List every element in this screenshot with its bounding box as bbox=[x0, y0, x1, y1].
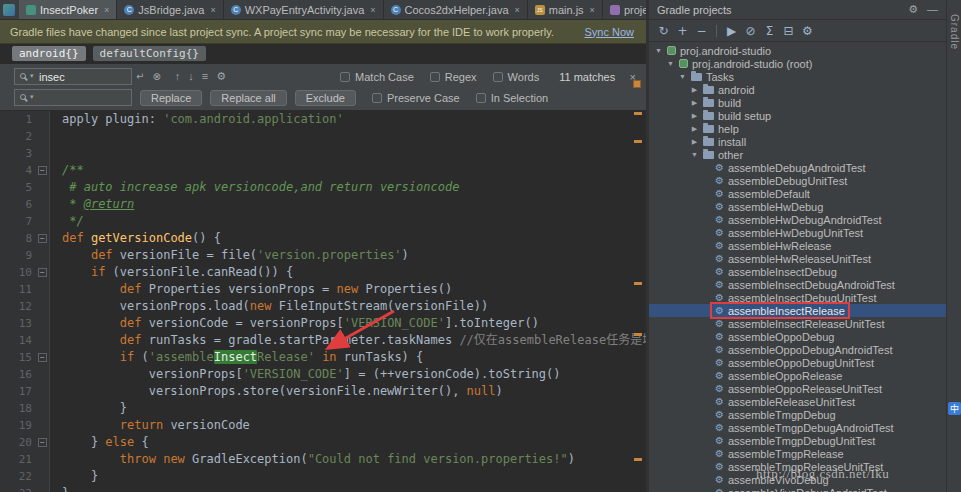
replace-all-button[interactable]: Replace all bbox=[210, 90, 286, 106]
breadcrumb-defaultconfig[interactable]: defaultConfig{} bbox=[93, 46, 206, 61]
tree-item-build-setup[interactable]: ▶build setup bbox=[649, 109, 946, 122]
tab-insectpoker[interactable]: InsectPoker× bbox=[19, 0, 117, 19]
tab-main-js[interactable]: JSmain.js× bbox=[528, 0, 603, 19]
line-number[interactable]: 3 bbox=[25, 145, 36, 162]
tree-item-assembletmgpdebug[interactable]: ⚙assembleTmgpDebug bbox=[649, 408, 946, 421]
refresh-icon[interactable]: ↻ bbox=[655, 25, 672, 37]
tree-item-android[interactable]: ▶android bbox=[649, 83, 946, 96]
tree-item-proj-android-studio[interactable]: ▼proj.android-studio bbox=[649, 44, 946, 57]
close-icon[interactable]: × bbox=[515, 5, 520, 15]
tree-item-assembleinsectdebugunittest[interactable]: ⚙assembleInsectDebugUnitTest bbox=[649, 291, 946, 304]
line-number[interactable]: 7 bbox=[25, 213, 36, 230]
attach-project-icon[interactable]: + bbox=[674, 25, 691, 37]
gutter-line[interactable]: 21 bbox=[0, 451, 49, 468]
fold-icon[interactable]: − bbox=[36, 264, 49, 281]
fold-icon[interactable]: − bbox=[36, 434, 49, 451]
tree-item-assembledebugunittest[interactable]: ⚙assembleDebugUnitTest bbox=[649, 174, 946, 187]
tree-item-assemblereleaseunittest[interactable]: ⚙assembleReleaseUnitTest bbox=[649, 395, 946, 408]
chevron-right-icon[interactable]: ▶ bbox=[689, 99, 700, 107]
enter-icon[interactable]: ↵ bbox=[136, 72, 144, 82]
fold-minus-icon[interactable]: − bbox=[38, 234, 47, 243]
gutter-line[interactable]: 4− bbox=[0, 162, 49, 179]
line-number[interactable]: 16 bbox=[19, 366, 36, 383]
line-number[interactable]: 13 bbox=[19, 315, 36, 332]
error-stripe-status-icon[interactable] bbox=[633, 80, 641, 88]
gutter-line[interactable]: 1 bbox=[0, 111, 49, 128]
gutter-line[interactable]: 19 bbox=[0, 417, 49, 434]
tree-item-assembleoppodebugunittest[interactable]: ⚙assembleOppoDebugUnitTest bbox=[649, 356, 946, 369]
gutter-line[interactable]: 2 bbox=[0, 128, 49, 145]
chevron-right-icon[interactable]: ▶ bbox=[689, 138, 700, 146]
warning-mark[interactable] bbox=[634, 282, 642, 285]
replace-input[interactable] bbox=[39, 92, 128, 104]
gutter-line[interactable]: 13 bbox=[0, 315, 49, 332]
gutter-line[interactable]: 7 bbox=[0, 213, 49, 230]
replace-history-chevron-icon[interactable]: ▾ bbox=[30, 93, 34, 101]
close-icon[interactable]: × bbox=[370, 5, 375, 15]
warning-mark[interactable] bbox=[634, 458, 642, 461]
words-checkbox[interactable]: Words bbox=[493, 71, 540, 83]
replace-field[interactable]: ▾ bbox=[14, 89, 132, 106]
gutter-line[interactable]: 17 bbox=[0, 383, 49, 400]
line-number[interactable]: 4 bbox=[25, 162, 36, 179]
fold-icon[interactable]: − bbox=[36, 230, 49, 247]
tree-item-assemblehwdebugandroidtest[interactable]: ⚙assembleHwDebugAndroidTest bbox=[649, 213, 946, 226]
warning-mark[interactable] bbox=[634, 333, 642, 336]
gutter-line[interactable]: 14 bbox=[0, 332, 49, 349]
tree-item-build[interactable]: ▶build bbox=[649, 96, 946, 109]
line-number[interactable]: 23 bbox=[19, 485, 36, 492]
line-number[interactable]: 21 bbox=[19, 451, 36, 468]
search-input[interactable] bbox=[39, 71, 128, 83]
tree-item-assemblevivodebugandroidtest[interactable]: ⚙assembleVivoDebugAndroidTest bbox=[649, 486, 946, 492]
tree-item-assembleinsectdebug[interactable]: ⚙assembleInsectDebug bbox=[649, 265, 946, 278]
fold-icon[interactable]: − bbox=[36, 349, 49, 366]
hide-panel-icon[interactable]: — bbox=[927, 3, 938, 16]
in-selection-checkbox[interactable]: In Selection bbox=[476, 92, 548, 104]
toggle-offline-icon[interactable]: ⊘ bbox=[742, 25, 759, 37]
tree-item-assembleoppodebugandroidtest[interactable]: ⚙assembleOppoDebugAndroidTest bbox=[649, 343, 946, 356]
line-number[interactable]: 20 bbox=[19, 434, 36, 451]
gradle-settings-icon[interactable]: ⚙ bbox=[908, 3, 918, 16]
tree-item-assembleopporelease[interactable]: ⚙assembleOppoRelease bbox=[649, 369, 946, 382]
chevron-down-icon[interactable]: ▼ bbox=[677, 73, 688, 80]
breadcrumb-android[interactable]: android{} bbox=[12, 46, 86, 61]
chevron-right-icon[interactable]: ▶ bbox=[689, 125, 700, 133]
warning-mark[interactable] bbox=[634, 140, 642, 143]
sync-now-link[interactable]: Sync Now bbox=[584, 26, 634, 38]
gutter-line[interactable]: 8− bbox=[0, 230, 49, 247]
gutter-line[interactable]: 9 bbox=[0, 247, 49, 264]
fold-minus-icon[interactable]: − bbox=[38, 353, 47, 362]
line-number[interactable]: 11 bbox=[19, 281, 36, 298]
line-number[interactable]: 19 bbox=[19, 417, 36, 434]
fold-minus-icon[interactable]: − bbox=[38, 268, 47, 277]
tree-item-assembledebugandroidtest[interactable]: ⚙assembleDebugAndroidTest bbox=[649, 161, 946, 174]
run-task-icon[interactable]: ▶ bbox=[723, 25, 740, 37]
code-editor[interactable]: 1234−5678−910−1112131415−1617181920−2122… bbox=[0, 111, 646, 492]
line-number[interactable]: 18 bbox=[19, 400, 36, 417]
close-icon[interactable]: × bbox=[210, 5, 215, 15]
tree-item-tasks[interactable]: ▼Tasks bbox=[649, 70, 946, 83]
tree-item-assemblehwreleaseunittest[interactable]: ⚙assembleHwReleaseUnitTest bbox=[649, 252, 946, 265]
replace-button[interactable]: Replace bbox=[140, 90, 202, 106]
gutter-line[interactable]: 22 bbox=[0, 468, 49, 485]
tree-item-assemblehwdebugunittest[interactable]: ⚙assembleHwDebugUnitTest bbox=[649, 226, 946, 239]
line-number[interactable]: 12 bbox=[19, 298, 36, 315]
tree-item-assemblevivodebug[interactable]: ⚙assembleVivoDebug bbox=[649, 473, 946, 486]
gutter-line[interactable]: 12 bbox=[0, 298, 49, 315]
find-all-icon[interactable]: ≡ bbox=[202, 71, 208, 82]
regex-checkbox[interactable]: Regex bbox=[430, 71, 477, 83]
close-icon[interactable]: × bbox=[590, 5, 595, 15]
line-number[interactable]: 17 bbox=[19, 383, 36, 400]
line-number[interactable]: 5 bbox=[25, 179, 36, 196]
match-case-checkbox[interactable]: Match Case bbox=[340, 71, 414, 83]
search-field[interactable]: ▾ bbox=[14, 68, 132, 85]
tab-cocos2dxhelper-java[interactable]: CCocos2dxHelper.java× bbox=[384, 0, 528, 19]
next-occurrence-icon[interactable]: ↓ bbox=[188, 71, 194, 82]
tree-item-assembletmgpdebugunittest[interactable]: ⚙assembleTmgpDebugUnitTest bbox=[649, 434, 946, 447]
clear-search-icon[interactable]: ⊗ bbox=[152, 72, 160, 82]
tree-item-assembleopporeleaseunittest[interactable]: ⚙assembleOppoReleaseUnitTest bbox=[649, 382, 946, 395]
show-dependencies-icon[interactable]: Σ bbox=[761, 25, 778, 37]
chevron-down-icon[interactable]: ▼ bbox=[653, 47, 664, 54]
gutter-line[interactable]: 10− bbox=[0, 264, 49, 281]
gutter-line[interactable]: 3 bbox=[0, 145, 49, 162]
